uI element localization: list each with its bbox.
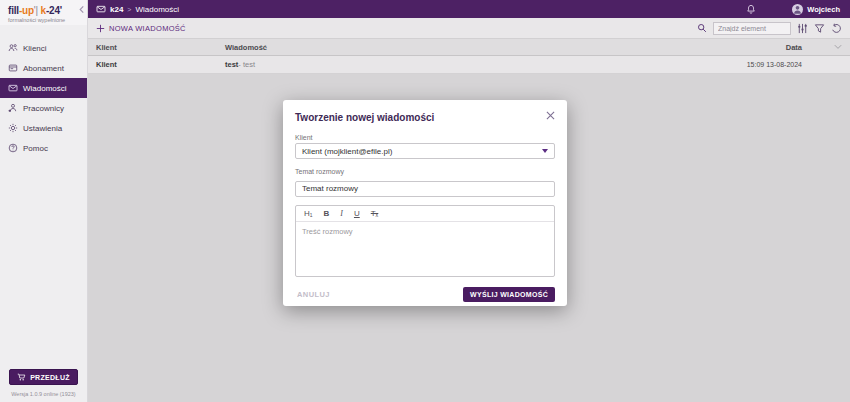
- search-icon: [697, 23, 707, 33]
- sidebar-item-pracownicy[interactable]: Pracownicy: [0, 98, 87, 118]
- sidebar-item-abonament[interactable]: Abonament: [0, 58, 87, 78]
- sidebar-item-pomoc[interactable]: Pomoc: [0, 138, 87, 158]
- messages-icon: [8, 83, 18, 93]
- column-chooser-icon[interactable]: [797, 23, 808, 34]
- sidebar-item-wiadomosci[interactable]: Wiadomości: [0, 78, 87, 98]
- sidebar-collapse-icon[interactable]: [78, 5, 85, 14]
- search-input[interactable]: [713, 22, 791, 35]
- bold-button[interactable]: B: [323, 209, 329, 218]
- sidebar-item-klienci[interactable]: Klienci: [0, 38, 87, 58]
- new-message-label: NOWA WIADOMOŚĆ: [109, 24, 186, 33]
- client-field-label: Klient: [295, 134, 555, 141]
- subject-input[interactable]: [295, 181, 555, 197]
- column-header-data[interactable]: Data: [786, 39, 802, 55]
- help-icon: [8, 143, 18, 153]
- sidebar-item-label: Pracownicy: [23, 104, 64, 113]
- logo-tagline: formalności wypełnione: [8, 17, 81, 23]
- employees-icon: [8, 103, 18, 113]
- row-message-title: test: [225, 60, 238, 69]
- sidebar-item-label: Pomoc: [23, 144, 48, 153]
- modal-title: Tworzenie nowej wiadomości: [295, 112, 434, 123]
- subject-field-label: Temat rozmowy: [295, 168, 555, 175]
- app-version: Wersja 1.0.9 online (1923): [0, 391, 87, 397]
- app-logo: fill-up'| k-24' formalności wypełnione: [0, 0, 87, 25]
- topbar: k24 > Wiadomości Wojciech: [88, 0, 850, 18]
- underline-button[interactable]: U: [354, 209, 360, 218]
- new-message-modal: Tworzenie nowej wiadomości Klient Klient…: [283, 100, 567, 306]
- row-message-preview: - test: [238, 60, 255, 69]
- sidebar-nav: Klienci Abonament Wiadomości Pracownicy …: [0, 38, 87, 158]
- sidebar-item-label: Wiadomości: [23, 84, 67, 93]
- breadcrumb-messages-icon: [96, 4, 106, 14]
- table-header: Klient Wiadomość Data: [88, 39, 850, 56]
- clients-icon: [8, 43, 18, 53]
- topbar-right: Wojciech: [746, 4, 840, 15]
- extend-subscription-button[interactable]: PRZEDŁUŻ: [9, 369, 78, 385]
- notifications-bell-icon[interactable]: [746, 4, 756, 15]
- subscription-icon: [8, 63, 18, 73]
- sidebar-item-ustawienia[interactable]: Ustawienia: [0, 118, 87, 138]
- chevron-down-icon[interactable]: [834, 44, 842, 50]
- table-row[interactable]: Klient test - test 15:09 13-08-2024: [88, 56, 850, 74]
- user-name[interactable]: Wojciech: [807, 5, 840, 14]
- send-message-button[interactable]: WYŚLIJ WIADOMOŚĆ: [463, 287, 555, 302]
- grid-toolbar-right: [697, 22, 842, 35]
- cancel-button[interactable]: ANULUJ: [295, 286, 332, 303]
- caret-down-icon: [542, 149, 548, 153]
- client-select[interactable]: Klient (mojklient@efile.pl): [295, 143, 555, 159]
- gear-icon: [8, 123, 18, 133]
- modal-header: Tworzenie nowej wiadomości: [295, 110, 555, 123]
- message-editor: H₁ B I U Tₓ Treść rozmowy: [295, 205, 555, 277]
- column-header-klient[interactable]: Klient: [96, 39, 117, 55]
- client-select-value: Klient (mojklient@efile.pl): [302, 147, 392, 156]
- breadcrumb-separator: >: [127, 6, 131, 13]
- sidebar-item-label: Abonament: [23, 64, 64, 73]
- row-client-cell: Klient: [96, 56, 117, 73]
- breadcrumb: k24 > Wiadomości: [96, 4, 179, 14]
- message-body-input[interactable]: Treść rozmowy: [296, 222, 554, 277]
- plus-icon: [96, 24, 105, 33]
- row-date-cell: 15:09 13-08-2024: [747, 56, 802, 73]
- grid-toolbar: NOWA WIADOMOŚĆ: [88, 18, 850, 39]
- heading-button[interactable]: H₁: [304, 209, 312, 218]
- close-icon[interactable]: [546, 111, 555, 120]
- clear-format-button[interactable]: Tₓ: [371, 209, 379, 218]
- sidebar-item-label: Klienci: [23, 44, 47, 53]
- row-message-cell: test - test: [225, 56, 255, 73]
- sidebar: fill-up'| k-24' formalności wypełnione K…: [0, 0, 88, 402]
- cart-icon: [17, 373, 26, 382]
- filter-icon[interactable]: [814, 23, 825, 34]
- column-header-wiadomosc[interactable]: Wiadomość: [225, 39, 267, 55]
- sidebar-item-label: Ustawienia: [23, 124, 62, 133]
- italic-button[interactable]: I: [340, 209, 343, 218]
- modal-footer: ANULUJ WYŚLIJ WIADOMOŚĆ: [295, 286, 555, 303]
- breadcrumb-page: Wiadomości: [135, 5, 179, 14]
- logo-text: fill-up'| k-24': [8, 5, 81, 16]
- extend-button-label: PRZEDŁUŻ: [30, 374, 70, 381]
- breadcrumb-app[interactable]: k24: [110, 5, 123, 14]
- refresh-icon[interactable]: [831, 23, 842, 34]
- new-message-button[interactable]: NOWA WIADOMOŚĆ: [96, 24, 186, 33]
- editor-toolbar: H₁ B I U Tₓ: [296, 206, 554, 222]
- user-avatar[interactable]: [792, 4, 803, 15]
